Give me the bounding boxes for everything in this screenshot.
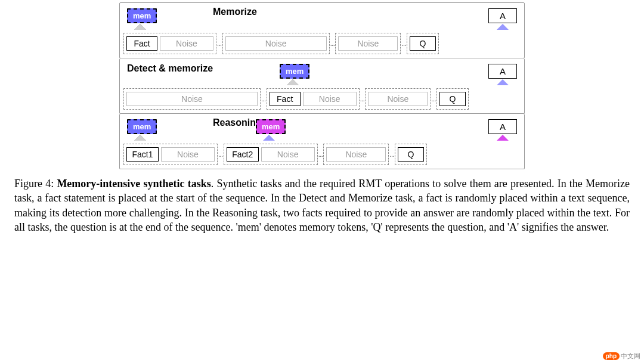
segment-group: Noise xyxy=(335,33,401,54)
segment-group: Noise xyxy=(123,88,261,110)
watermark-text: 中文网 xyxy=(621,352,640,361)
arrow-answer-icon xyxy=(497,24,509,30)
noise-box: Noise xyxy=(225,36,327,51)
panel-memorize: mem Memorize A Fact Noise ... Noise ... … xyxy=(119,2,525,58)
noise-box: Noise xyxy=(261,147,315,162)
caption-title: Memory-intensive synthetic tasks xyxy=(57,178,210,190)
segment-group: Noise xyxy=(365,88,431,110)
diagram-container: mem Memorize A Fact Noise ... Noise ... … xyxy=(119,2,525,169)
panel-reasoning: mem Reasoning mem A Fact1 Noise ... Fact… xyxy=(119,114,525,169)
segment-group: Fact2 Noise xyxy=(224,144,318,165)
noise-box: Noise xyxy=(160,36,213,51)
arrow-mem-icon xyxy=(134,135,146,141)
fact2-box: Fact2 xyxy=(227,147,259,162)
fact-box: Fact xyxy=(270,92,301,106)
figure-caption: Figure 4: Memory-intensive synthetic tas… xyxy=(10,176,634,234)
noise-box: Noise xyxy=(326,147,386,162)
fact-box: Fact xyxy=(126,36,157,51)
panel-detect: Detect & memorize mem A Noise ... Fact N… xyxy=(119,58,525,114)
arrow-mem-icon xyxy=(287,79,299,85)
ellipsis: ... xyxy=(218,151,223,158)
question-box: Q xyxy=(410,36,436,51)
figure-number: Figure 4: xyxy=(14,178,54,190)
segment-group: Noise xyxy=(323,144,389,165)
segment-group: Q xyxy=(407,33,439,54)
noise-box: Noise xyxy=(368,92,428,106)
question-box: Q xyxy=(439,92,466,106)
watermark: php 中文网 xyxy=(603,352,640,361)
ellipsis: ... xyxy=(330,40,335,47)
panel-title-memorize: Memorize xyxy=(213,7,257,17)
mem-token: mem xyxy=(280,64,309,79)
ellipsis: ... xyxy=(261,95,266,103)
ellipsis: ... xyxy=(401,40,406,47)
answer-box: A xyxy=(488,8,517,23)
ellipsis: ... xyxy=(360,95,365,103)
mem-token-magenta: mem xyxy=(256,119,286,134)
php-logo-icon: php xyxy=(603,352,620,360)
segment-group: Fact Noise xyxy=(123,33,216,54)
arrow-answer-icon xyxy=(497,135,509,141)
ellipsis: ... xyxy=(217,40,222,47)
noise-box: Noise xyxy=(126,92,258,106)
mem-token: mem xyxy=(127,119,157,134)
ellipsis: ... xyxy=(431,95,436,103)
mem-token: mem xyxy=(127,8,157,23)
answer-box: A xyxy=(488,64,517,79)
ellipsis: ... xyxy=(389,151,394,158)
segment-group: Q xyxy=(436,88,469,110)
fact1-box: Fact1 xyxy=(126,147,159,162)
panel-title-reasoning: Reasoning xyxy=(213,117,262,128)
segment-group: Fact Noise xyxy=(267,88,360,110)
noise-box: Noise xyxy=(338,36,398,51)
segment-group: Noise xyxy=(222,33,330,54)
noise-box: Noise xyxy=(303,92,357,106)
answer-box: A xyxy=(488,119,517,134)
arrow-mem-icon xyxy=(134,24,146,30)
arrow-answer-icon xyxy=(497,79,509,85)
ellipsis: ... xyxy=(318,151,323,158)
panel-title-detect: Detect & memorize xyxy=(127,63,213,74)
segment-group: Q xyxy=(395,144,427,165)
noise-box: Noise xyxy=(161,147,215,162)
arrow-mem2-icon xyxy=(263,135,275,141)
question-box: Q xyxy=(398,147,424,162)
segment-group: Fact1 Noise xyxy=(123,144,218,165)
